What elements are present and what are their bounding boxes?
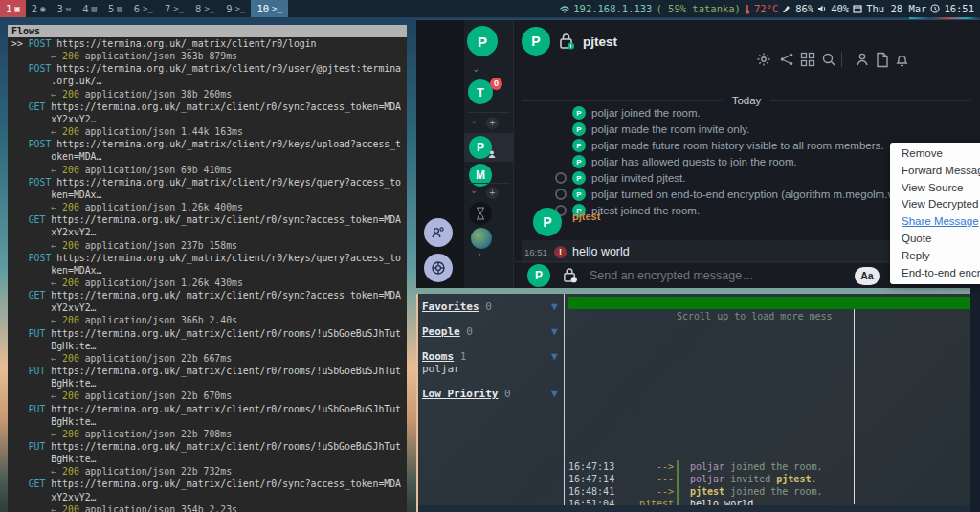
- chevron-down-icon[interactable]: ⌄: [472, 64, 479, 74]
- context-menu-item-forward-message[interactable]: Forward Message: [890, 163, 980, 180]
- widgets-grid-icon[interactable]: [800, 52, 815, 67]
- settings-gear-icon[interactable]: [756, 52, 771, 67]
- flow-line[interactable]: GET https://termina.org.uk/_matrix/clien…: [11, 478, 407, 490]
- flow-line[interactable]: ← 200 application/json 69b 410ms: [11, 164, 407, 176]
- flow-line[interactable]: POST https://termina.org.uk/_matrix/clie…: [11, 138, 407, 150]
- flow-line[interactable]: ← 200 application/json 22b 708ms: [11, 428, 407, 440]
- add-community-button[interactable]: +: [486, 187, 499, 199]
- room-section-rooms[interactable]: Rooms 1: [422, 350, 466, 363]
- flow-line[interactable]: BgHk:te…: [11, 415, 407, 428]
- flow-line[interactable]: xY2xvY2…: [11, 226, 407, 238]
- event-avatar: P: [572, 122, 586, 136]
- collapse-triangle-icon[interactable]: ▼: [551, 325, 558, 338]
- chevron-right-icon[interactable]: ⌄: [473, 251, 482, 258]
- flow-line[interactable]: ken=MDAx…: [11, 264, 407, 277]
- flow-line[interactable]: xY2xvY2…: [11, 301, 407, 314]
- flow-line[interactable]: BgHk:te…: [11, 377, 407, 390]
- flow-line[interactable]: ← 200 application/json 1.44k 163ms: [11, 125, 407, 138]
- flow-segment: https://termina.org.uk/_matrix/client/r0…: [45, 290, 401, 301]
- chat-sender: -->: [618, 485, 674, 498]
- community-avatar-earth[interactable]: [471, 228, 492, 249]
- context-menu-item-reply[interactable]: Reply: [890, 248, 980, 265]
- flow-segment: xY2xvY2…: [11, 492, 96, 502]
- collapse-triangle-icon[interactable]: ▼: [551, 388, 558, 400]
- workspace-button-6[interactable]: 6>_: [128, 0, 159, 17]
- terminal-icon: >_: [272, 4, 282, 13]
- chat-message-row: 16:47:13-->poljar joined the room.: [568, 460, 822, 473]
- workspace-button-8[interactable]: 8>_: [189, 0, 220, 17]
- flow-line[interactable]: ← 200 application/json 237b 158ms: [11, 239, 407, 252]
- files-icon[interactable]: [875, 52, 889, 68]
- flow-segment: [11, 253, 29, 263]
- flow-line[interactable]: ← 200 application/json 366b 2.40s: [11, 314, 407, 326]
- workspace-button-4[interactable]: 4▤: [77, 0, 102, 17]
- user-avatar[interactable]: P: [467, 26, 498, 56]
- workspace-button-7[interactable]: 7>_: [159, 0, 189, 17]
- room-section-favorites[interactable]: Favorites 0: [422, 301, 492, 313]
- flow-line[interactable]: BgHk:te…: [11, 453, 407, 465]
- composer-avatar: P: [527, 264, 550, 287]
- message-context-menu: RemoveForward MessageView SourceView Dec…: [890, 143, 980, 284]
- share-icon[interactable]: [779, 52, 794, 67]
- context-menu-item-view-decrypted-s[interactable]: View Decrypted S: [890, 196, 980, 213]
- flow-line[interactable]: ← 200 application/json 354b 2.23s: [11, 503, 407, 512]
- people-icon: [431, 226, 446, 239]
- flow-line[interactable]: PUT https://termina.org.uk/_matrix/clien…: [11, 327, 407, 340]
- context-menu-item-end-to-end-encry[interactable]: End-to-end encry: [890, 265, 980, 282]
- chevron-down-icon[interactable]: ⌄: [470, 116, 478, 125]
- flow-line[interactable]: ← 200 application/json 22b 667ms: [11, 352, 407, 365]
- flow-segment: 200: [62, 466, 79, 477]
- flow-line[interactable]: oken=MDA…: [11, 150, 407, 163]
- flow-line[interactable]: ← 200 application/json 22b 732ms: [11, 465, 407, 478]
- event-avatar: P: [572, 155, 586, 168]
- help-button[interactable]: [424, 254, 453, 282]
- flow-segment: BgHk:te…: [11, 454, 96, 464]
- members-icon[interactable]: [855, 52, 870, 67]
- flow-line[interactable]: POST https://termina.org.uk/_matrix/clie…: [11, 252, 407, 264]
- workspace-button-1[interactable]: 1▣: [0, 0, 26, 17]
- room-section-low-priority[interactable]: Low Priority 0: [422, 388, 511, 400]
- notifications-bell-icon[interactable]: [895, 52, 909, 68]
- context-menu-item-share-message[interactable]: Share Message: [890, 213, 980, 231]
- flow-line[interactable]: ← 200 application/json 1.26k 400ms: [11, 201, 407, 213]
- flow-line[interactable]: ← 200 application/json 363b 879ms: [11, 50, 407, 62]
- flow-line[interactable]: ← 200 application/json 22b 670ms: [11, 390, 407, 402]
- flow-line[interactable]: ken=MDAx…: [11, 189, 407, 201]
- flow-line[interactable]: BgHk:te…: [11, 340, 407, 352]
- flow-line[interactable]: POST https://termina.org.uk/_matrix/clie…: [11, 62, 407, 75]
- community-avatar-hourglass[interactable]: [469, 202, 492, 225]
- mail-icon: ✉: [66, 4, 71, 13]
- context-menu-item-view-source[interactable]: View Source: [890, 180, 980, 197]
- flow-line[interactable]: ← 200 application/json 1.26k 430ms: [11, 277, 407, 289]
- flow-line[interactable]: PUT https://termina.org.uk/_matrix/clien…: [11, 440, 407, 453]
- collapse-triangle-icon[interactable]: ▼: [551, 350, 558, 363]
- format-button[interactable]: Aa: [855, 267, 880, 285]
- composer-placeholder[interactable]: Send an encrypted message…: [590, 269, 754, 282]
- flow-line[interactable]: xY2xvY2…: [11, 491, 407, 503]
- room-list-item-poljar[interactable]: poljar: [422, 363, 460, 375]
- workspace-button-3[interactable]: 3✉: [52, 0, 78, 17]
- flow-line[interactable]: xY2xvY2…: [11, 113, 407, 125]
- room-section-people[interactable]: People 0: [422, 325, 473, 338]
- workspace-button-5[interactable]: 5▤: [102, 0, 128, 17]
- workspace-button-2[interactable]: 2◉: [26, 0, 52, 17]
- collapse-triangle-icon[interactable]: ▼: [551, 301, 558, 313]
- chevron-down-icon[interactable]: ⌄: [470, 186, 478, 195]
- flow-line[interactable]: POST https://termina.org.uk/_matrix/clie…: [11, 176, 407, 189]
- context-menu-item-quote[interactable]: Quote: [890, 231, 980, 248]
- flow-line[interactable]: GET https://termina.org.uk/_matrix/clien…: [11, 213, 407, 226]
- flow-line[interactable]: .org.uk/…: [11, 75, 407, 87]
- flow-line[interactable]: PUT https://termina.org.uk/_matrix/clien…: [11, 365, 407, 377]
- chat-message-row: 16:47:14---poljar invited pjtest.: [568, 473, 816, 485]
- flow-line[interactable]: GET https://termina.org.uk/_matrix/clien…: [11, 100, 407, 113]
- add-room-button[interactable]: +: [486, 117, 499, 129]
- flow-line[interactable]: PUT https://termina.org.uk/_matrix/clien…: [11, 403, 407, 415]
- flow-line[interactable]: >> POST https://termina.org.uk/_matrix/c…: [11, 37, 407, 50]
- workspace-button-9[interactable]: 9>_: [220, 0, 251, 17]
- search-icon[interactable]: [821, 52, 836, 67]
- workspace-button-10[interactable]: 10>_: [251, 0, 288, 17]
- context-menu-item-remove[interactable]: Remove: [890, 145, 980, 163]
- flow-line[interactable]: ← 200 application/json 38b 260ms: [11, 88, 407, 100]
- start-chat-button[interactable]: [424, 218, 453, 247]
- flow-line[interactable]: GET https://termina.org.uk/_matrix/clien…: [11, 289, 407, 301]
